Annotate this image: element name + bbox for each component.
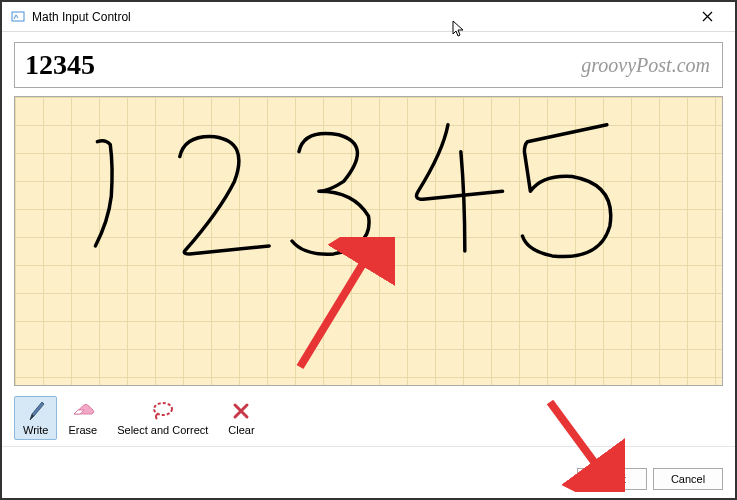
tool-label: Clear — [228, 424, 254, 436]
insert-button[interactable]: Insert — [577, 468, 647, 490]
cancel-button[interactable]: Cancel — [653, 468, 723, 490]
preview-output: 12345 groovyPost.com — [14, 42, 723, 88]
close-icon — [702, 9, 713, 25]
window-title: Math Input Control — [32, 10, 131, 24]
dialog-buttons: Insert Cancel — [2, 460, 735, 498]
recognized-text: 12345 — [25, 49, 95, 81]
eraser-icon — [70, 400, 96, 422]
tool-label: Write — [23, 424, 48, 436]
toolbar: Write Erase Select and Correct Clear — [2, 394, 735, 447]
tool-label: Erase — [68, 424, 97, 436]
clear-tool[interactable]: Clear — [219, 396, 263, 440]
lasso-icon — [151, 400, 175, 422]
cursor-icon — [452, 20, 466, 42]
svg-rect-0 — [12, 12, 24, 21]
pen-icon — [26, 400, 46, 422]
erase-tool[interactable]: Erase — [59, 396, 106, 440]
handwritten-strokes — [15, 97, 722, 385]
svg-point-2 — [154, 403, 172, 415]
titlebar: Math Input Control — [2, 2, 735, 32]
handwriting-canvas[interactable] — [14, 96, 723, 386]
write-tool[interactable]: Write — [14, 396, 57, 440]
tool-label: Select and Correct — [117, 424, 208, 436]
watermark: groovyPost.com — [581, 54, 710, 77]
select-correct-tool[interactable]: Select and Correct — [108, 396, 217, 440]
clear-x-icon — [232, 400, 250, 422]
app-icon — [10, 9, 26, 25]
close-button[interactable] — [687, 3, 727, 31]
